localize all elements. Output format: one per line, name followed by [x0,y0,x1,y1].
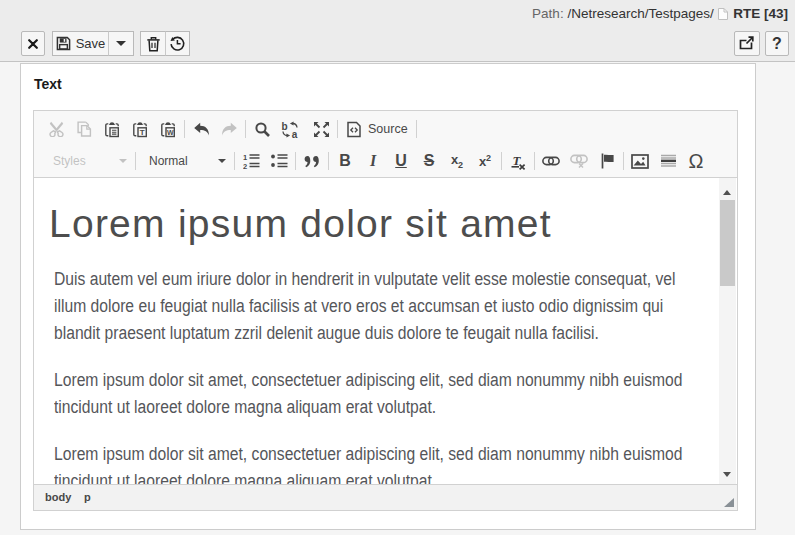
svg-text:W: W [167,128,174,135]
svg-text:T: T [140,128,145,137]
svg-text:a: a [292,128,298,138]
svg-text:b: b [282,121,288,132]
svg-text:2: 2 [243,162,247,170]
svg-text:1: 1 [243,153,247,162]
